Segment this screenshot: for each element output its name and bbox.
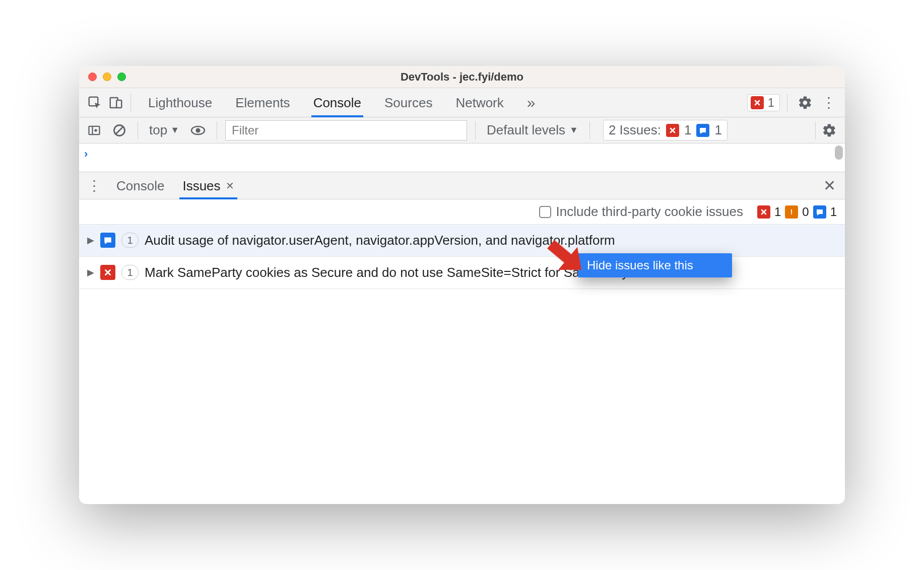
scrollbar-thumb[interactable] [835,146,843,160]
menu-item-hide-issues[interactable]: Hide issues like this [578,253,732,277]
include-third-party-checkbox[interactable] [539,206,551,218]
close-tab-icon[interactable]: ✕ [226,173,234,199]
console-settings-icon[interactable] [819,120,840,141]
svg-point-6 [195,128,200,132]
inspect-element-icon[interactable] [84,92,105,113]
issues-summary-chip[interactable]: 2 Issues: 1 1 [603,120,728,140]
settings-icon[interactable] [795,92,816,113]
minimize-window-button[interactable] [103,73,111,81]
drawer-tab-label: Console [116,173,164,199]
close-window-button[interactable] [88,73,97,81]
svg-rect-2 [116,100,121,108]
error-badge-icon [666,124,679,137]
titlebar: DevTools - jec.fyi/demo [79,66,845,88]
issues-warning-count: 0 [802,205,809,219]
drawer-more-icon[interactable]: ⋮ [82,177,107,194]
chevron-down-icon: ▼ [170,125,179,135]
context-selector[interactable]: top ▼ [146,122,182,138]
tab-elements[interactable]: Elements [226,89,299,117]
main-tabs: Lighthouse Elements Console Sources Netw… [139,89,544,117]
issues-error-count: 1 [774,205,781,219]
drawer-tab-console[interactable]: Console [107,173,173,199]
warning-badge-icon [785,205,798,219]
console-toolbar: top ▼ Default levels ▼ 2 Issues: 1 1 [79,117,845,144]
prompt-caret-icon: › [84,148,88,161]
log-levels-selector[interactable]: Default levels ▼ [484,122,581,138]
expand-toggle-icon[interactable]: ▶ [87,264,94,278]
issue-count: 1 [121,265,139,280]
chevron-down-icon: ▼ [569,125,578,135]
issues-info-count: 1 [830,205,837,219]
window-controls [79,73,126,81]
svg-rect-8 [791,213,792,215]
drawer-tabbar: ⋮ Console Issues ✕ ✕ [79,172,845,199]
issues-error-count: 1 [684,122,691,138]
separator [217,121,217,139]
levels-label: Default levels [487,122,565,138]
expand-toggle-icon[interactable]: ▶ [87,232,94,246]
issues-toolbar: Include third-party cookie issues 1 0 1 [79,199,845,225]
main-tabbar: Lighthouse Elements Console Sources Netw… [79,88,845,117]
error-badge-icon [757,205,770,219]
context-label: top [149,122,167,138]
console-body[interactable]: › [79,144,845,172]
tab-lighthouse[interactable]: Lighthouse [139,89,221,117]
separator [787,94,787,112]
separator [130,94,131,112]
info-badge-icon [696,124,709,137]
filter-input[interactable] [225,120,467,140]
zoom-window-button[interactable] [117,73,126,81]
issue-count: 1 [121,233,139,248]
tab-overflow[interactable]: » [518,89,545,117]
separator [475,121,476,139]
live-expression-icon[interactable] [187,122,209,139]
tab-network[interactable]: Network [446,89,512,117]
drawer-tab-label: Issues [182,173,220,199]
more-options-icon[interactable]: ⋮ [819,91,840,114]
clear-console-icon[interactable] [109,120,129,140]
include-third-party-label[interactable]: Include third-party cookie issues [556,204,743,220]
error-count: 1 [768,96,774,110]
device-toolbar-icon[interactable] [105,92,126,113]
issues-summary-label: 2 Issues: [609,122,661,138]
window-title: DevTools - jec.fyi/demo [79,70,845,84]
issue-title: Audit usage of navigator.userAgent, navi… [145,232,837,249]
tab-sources[interactable]: Sources [375,89,441,117]
close-drawer-icon[interactable]: ✕ [817,177,842,194]
error-badge-icon [751,96,764,109]
separator [589,121,590,139]
error-count-chip[interactable]: 1 [747,94,780,111]
issue-title: Mark SameParty cookies as Secure and do … [145,264,837,281]
svg-rect-7 [791,209,792,213]
issue-row[interactable]: ▶ 1 Audit usage of navigator.userAgent, … [79,225,845,257]
tab-console[interactable]: Console [304,89,370,117]
toggle-sidebar-icon[interactable] [84,120,104,140]
separator [138,121,138,139]
error-issue-icon [100,265,115,280]
issues-info-count: 1 [714,122,721,138]
devtools-window: DevTools - jec.fyi/demo Lighthouse Eleme… [79,66,845,504]
separator [815,121,816,139]
context-menu: Hide issues like this [578,253,732,277]
issues-counts: 1 0 1 [757,205,837,219]
info-badge-icon [813,205,826,219]
info-issue-icon [100,233,115,248]
drawer: ⋮ Console Issues ✕ ✕ Include third-party… [79,172,845,504]
drawer-tab-issues[interactable]: Issues ✕ [173,173,243,199]
